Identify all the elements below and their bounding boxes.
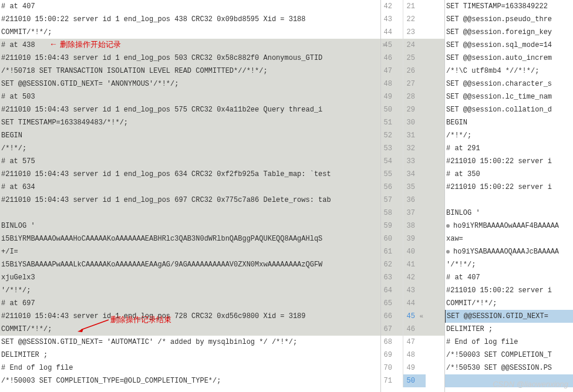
code-line[interactable]: i5BiYRMBAAAAOwAAAHoCAAAAAKoAAAAAAAEABHRl… [0, 232, 380, 245]
left-code-pane[interactable]: # at 407#211010 15:00:22 server id 1 end… [0, 0, 380, 392]
code-line[interactable]: /*!\C utf8mb4 *//*!*/; [445, 65, 573, 77]
code-line[interactable]: # at 575 [0, 155, 380, 168]
code-line[interactable]: COMMIT/*!*/; [0, 323, 380, 336]
right-line-number[interactable]: 32 [403, 142, 426, 155]
right-line-number[interactable]: 41 [403, 258, 426, 271]
right-line-number[interactable]: 26 [403, 65, 426, 77]
right-line-number[interactable]: 47 [403, 336, 426, 349]
right-line-number[interactable]: 48 [403, 349, 426, 361]
code-line[interactable]: # End of log file [445, 336, 573, 349]
left-line-number[interactable]: 52 [381, 129, 403, 142]
code-line[interactable]: BINLOG ' [0, 219, 380, 232]
left-line-number[interactable]: 63 [381, 271, 403, 284]
left-line-number[interactable]: 53 [381, 142, 403, 155]
right-line-number[interactable]: 36 [403, 194, 426, 207]
right-line-number[interactable]: 23 [403, 26, 426, 39]
right-line-number[interactable]: 45« [403, 310, 426, 323]
code-line[interactable]: #211010 15:00:22 server id 1 end_log_pos… [0, 13, 380, 26]
code-line[interactable]: COMMIT/*!*/; [445, 297, 573, 310]
code-line[interactable] [445, 194, 573, 207]
code-line[interactable]: #211010 15:04:43 server id 1 end_log_pos… [0, 52, 380, 65]
code-line[interactable]: # at 291 [445, 142, 573, 155]
left-line-number[interactable]: 55 [381, 168, 403, 181]
code-line[interactable]: /*!*/; [0, 142, 380, 155]
right-line-number[interactable]: 50 [403, 374, 426, 387]
code-line[interactable]: COMMIT/*!*/; [0, 26, 380, 39]
code-line[interactable]: #211010 15:00:22 server i [445, 181, 573, 194]
left-line-number[interactable]: 59 [381, 219, 403, 232]
code-line[interactable]: SET @@session.auto_increm [445, 52, 573, 65]
right-line-number[interactable]: 27 [403, 77, 426, 90]
right-line-number[interactable]: 40 [403, 245, 426, 258]
right-line-number[interactable]: 25 [403, 52, 426, 65]
right-line-number[interactable]: 43 [403, 284, 426, 297]
left-line-number[interactable]: 56 [381, 181, 403, 194]
right-line-number[interactable]: 49 [403, 361, 426, 374]
code-line[interactable]: # at 407 [445, 271, 573, 284]
code-line[interactable]: /*!*/; [445, 129, 573, 142]
code-line[interactable]: # at 503 [0, 90, 380, 103]
code-line[interactable]: # at 697 [0, 297, 380, 310]
code-line[interactable]: SET @@session.lc_time_nam [445, 90, 573, 103]
right-line-number[interactable]: 24 [403, 39, 426, 52]
code-line[interactable]: ho9iYSABAAAAOQAAAJcBAAAAA [445, 245, 573, 258]
right-line-number[interactable]: 34 [403, 168, 426, 181]
left-line-number[interactable]: 70 [381, 361, 403, 374]
left-line-number[interactable]: 66 [381, 310, 403, 323]
code-line[interactable]: # at 634 [0, 181, 380, 194]
code-line[interactable]: SET @@SESSION.GTID_NEXT= 'ANONYMOUS'/*!*… [0, 77, 380, 90]
code-line[interactable]: #211010 15:04:43 server id 1 end_log_pos… [0, 310, 380, 323]
right-line-number[interactable]: 29 [403, 103, 426, 116]
left-line-number[interactable]: 62 [381, 258, 403, 271]
right-line-number[interactable]: 35 [403, 181, 426, 194]
code-line[interactable]: #211010 15:04:43 server id 1 end_log_pos… [0, 194, 380, 207]
left-line-number[interactable]: 57 [381, 194, 403, 207]
code-line[interactable]: # at 350 [445, 168, 573, 181]
left-line-number[interactable]: 42 [381, 0, 403, 13]
code-line[interactable]: /*!50003 SET COMPLETION_T [445, 349, 573, 361]
right-line-number[interactable]: 38 [403, 219, 426, 232]
right-code-pane[interactable]: SET TIMESTAMP=1633849222SET @@session.ps… [445, 0, 573, 392]
code-line[interactable]: SET TIMESTAMP=1633849483/*!*/; [0, 116, 380, 129]
right-line-number[interactable]: 22 [403, 13, 426, 26]
right-line-number[interactable]: 39 [403, 232, 426, 245]
left-line-number[interactable]: 54 [381, 155, 403, 168]
right-line-number[interactable]: 37 [403, 207, 426, 219]
code-line[interactable]: # at 407 [0, 0, 380, 13]
left-line-number[interactable]: 45» [381, 39, 403, 52]
code-line[interactable]: SET @@SESSION.GTID_NEXT= 'AUTOMATIC' /* … [0, 336, 380, 349]
code-line[interactable]: xjuGelx3 [0, 271, 380, 284]
right-line-number[interactable]: 46 [403, 323, 426, 336]
code-line[interactable]: /*!50718 SET TRANSACTION ISOLATION LEVEL… [0, 65, 380, 77]
left-line-number[interactable]: 46 [381, 52, 403, 65]
left-line-number[interactable]: 69 [381, 349, 403, 361]
code-line[interactable]: #211010 15:00:22 server i [445, 284, 573, 297]
code-line[interactable]: /*!50003 SET COMPLETION_TYPE=@OLD_COMPLE… [0, 374, 380, 387]
code-line[interactable]: SET @@session.foreign_key [445, 26, 573, 39]
left-line-number[interactable]: 68 [381, 336, 403, 349]
code-line[interactable]: '/*!*/; [445, 258, 573, 271]
code-line[interactable]: xaw= [445, 232, 573, 245]
code-line[interactable]: DELIMITER ; [445, 323, 573, 336]
code-line[interactable]: BEGIN [445, 116, 573, 129]
right-line-number[interactable]: 42 [403, 271, 426, 284]
code-line[interactable]: '/*!*/; [0, 284, 380, 297]
left-line-number[interactable]: 65 [381, 297, 403, 310]
left-line-number[interactable]: 60 [381, 232, 403, 245]
code-line[interactable]: SET @@session.sql_mode=14 [445, 39, 573, 52]
code-line[interactable]: +/I= [0, 245, 380, 258]
left-line-number[interactable]: 64 [381, 284, 403, 297]
code-line[interactable]: # End of log file [0, 361, 380, 374]
right-line-number[interactable]: 31 [403, 129, 426, 142]
left-line-number[interactable]: 50 [381, 103, 403, 116]
left-line-number[interactable]: 71 [381, 374, 403, 387]
code-line[interactable]: ho9iYRMBAAAAOwAAAF4BAAAAA [445, 219, 573, 232]
right-line-number[interactable]: 28 [403, 90, 426, 103]
left-line-number[interactable]: 44 [381, 26, 403, 39]
code-line[interactable]: SET @@session.character_s [445, 77, 573, 90]
code-line[interactable] [0, 207, 380, 219]
code-line[interactable]: SET @@SESSION.GTID_NEXT= [445, 310, 573, 323]
right-line-number[interactable]: 33 [403, 155, 426, 168]
code-line[interactable]: BEGIN [0, 129, 380, 142]
code-line[interactable]: i5BiYSABAAAAPwAAALkCAAAAAKoAAAAAAAEAAgAG… [0, 258, 380, 271]
